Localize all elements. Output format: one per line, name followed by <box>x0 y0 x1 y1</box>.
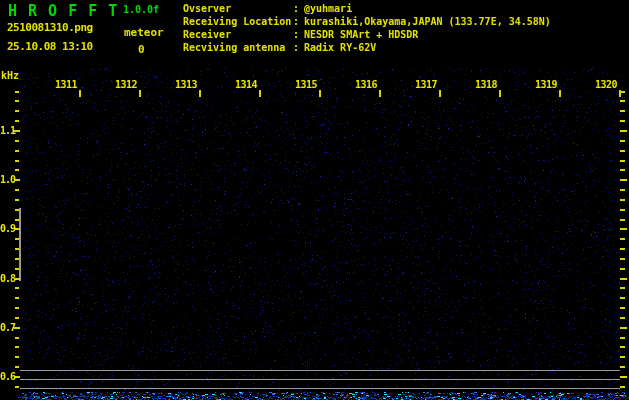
time-tick-label: 1318 <box>471 79 497 90</box>
station-info-value: Radix RY-62V <box>304 41 376 54</box>
station-info-colon: : <box>293 41 304 54</box>
station-info-value: kurashiki,Okayama,JAPAN (133.77E, 34.58N… <box>304 15 551 28</box>
spectrogram-canvas <box>0 0 629 400</box>
hrofft-window: H R O F F T 1.0.0f 2510081310.png meteor… <box>0 0 629 400</box>
frequency-axis-unit: kHz <box>1 70 19 81</box>
meteor-count-label: meteor <box>124 26 164 39</box>
time-tick-label: 1312 <box>111 79 137 90</box>
time-tick-label: 1319 <box>531 79 557 90</box>
app-version: 1.0.0f <box>123 4 159 15</box>
frequency-tick-label: 0.6 <box>0 371 15 382</box>
station-info-block: Ovserver:@yuhmariReceiving Location:kura… <box>183 2 551 54</box>
station-info-row: Receiving Location:kurashiki,Okayama,JAP… <box>183 15 551 28</box>
station-info-label: Ovserver <box>183 2 293 15</box>
station-info-label: Receiving Location <box>183 15 293 28</box>
frequency-tick-label: 1.0 <box>0 174 15 185</box>
time-tick-label: 1311 <box>51 79 77 90</box>
frequency-tick-label: 0.9 <box>0 223 15 234</box>
station-info-row: Receiver:NESDR SMArt + HDSDR <box>183 28 551 41</box>
station-info-colon: : <box>293 15 304 28</box>
time-tick-label: 1313 <box>171 79 197 90</box>
timestamp: 25.10.08 13:10 <box>7 40 93 53</box>
frequency-tick-label: 0.8 <box>0 273 15 284</box>
station-info-colon: : <box>293 28 304 41</box>
time-tick-label: 1316 <box>351 79 377 90</box>
frequency-tick-label: 0.7 <box>0 322 15 333</box>
station-info-value: NESDR SMArt + HDSDR <box>304 28 418 41</box>
output-filename: 2510081310.png <box>7 21 93 34</box>
time-tick-label: 1315 <box>291 79 317 90</box>
station-info-value: @yuhmari <box>304 2 352 15</box>
time-tick-label: 1320 <box>591 79 617 90</box>
meteor-count-value: 0 <box>138 43 145 56</box>
station-info-row: Recviving antenna:Radix RY-62V <box>183 41 551 54</box>
station-info-label: Recviving antenna <box>183 41 293 54</box>
time-tick-label: 1317 <box>411 79 437 90</box>
app-title: H R O F F T <box>8 2 118 20</box>
frequency-tick-label: 1.1 <box>0 125 15 136</box>
time-tick-label: 1314 <box>231 79 257 90</box>
station-info-colon: : <box>293 2 304 15</box>
station-info-label: Receiver <box>183 28 293 41</box>
station-info-row: Ovserver:@yuhmari <box>183 2 551 15</box>
